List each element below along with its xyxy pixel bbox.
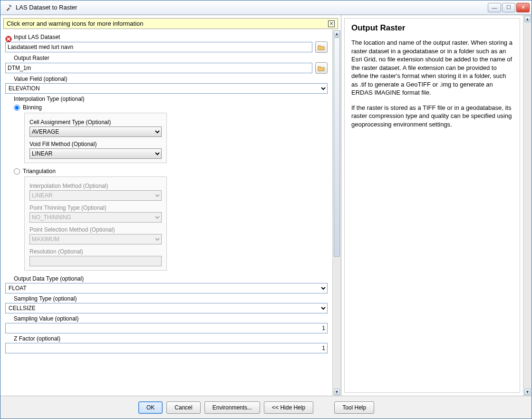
point-sel-label: Point Selection Method (Optional) — [29, 226, 162, 233]
help-paragraph-2: If the raster is stored as a TIFF file o… — [351, 104, 513, 129]
help-body: Output Raster The location and name of t… — [344, 18, 520, 393]
z-factor-field[interactable] — [5, 343, 328, 353]
scroll-up-icon[interactable]: ▲ — [334, 30, 340, 37]
resolution-label: Resolution (Optional) — [29, 248, 162, 255]
hammer-icon — [5, 4, 13, 11]
button-bar: OK Cancel Environments... << Hide Help T… — [0, 396, 532, 419]
titlebar: LAS Dataset to Raster — ☐ ✕ — [0, 0, 532, 15]
notice-bar: Click error and warning icons for more i… — [3, 18, 338, 29]
cell-assign-select[interactable]: AVERAGE — [29, 127, 162, 137]
content: Click error and warning icons for more i… — [0, 15, 532, 396]
sampling-type-row: Sampling Type (optional) CELLSIZE — [5, 295, 328, 313]
ok-button[interactable]: OK — [138, 401, 163, 414]
cell-assign-label: Cell Assignment Type (Optional) — [29, 119, 162, 126]
triangulation-label: Triangulation — [23, 168, 56, 175]
sampling-value-label: Sampling Value (optional) — [14, 315, 328, 322]
maximize-button[interactable]: ☐ — [502, 3, 515, 12]
binning-label: Binning — [23, 104, 42, 111]
help-title: Output Raster — [351, 23, 513, 33]
output-raster-row: Output Raster — [5, 55, 328, 74]
sampling-type-select[interactable]: CELLSIZE — [5, 303, 328, 313]
binning-radio-row: Binning — [14, 104, 328, 111]
output-raster-label: Output Raster — [14, 55, 328, 61]
scroll-up-icon[interactable]: ▲ — [524, 16, 531, 22]
form-pane: Click error and warning icons for more i… — [0, 15, 341, 396]
cancel-button[interactable]: Cancel — [166, 401, 200, 414]
scroll-down-icon[interactable]: ▼ — [524, 389, 531, 395]
triangulation-radio-row: Triangulation — [14, 168, 328, 175]
input-las-field[interactable] — [5, 42, 312, 52]
out-data-type-label: Output Data Type (optional) — [14, 275, 328, 282]
out-data-type-select[interactable]: FLOAT — [5, 283, 328, 293]
out-data-type-row: Output Data Type (optional) FLOAT — [5, 275, 328, 293]
triangulation-radio[interactable] — [14, 168, 20, 175]
sampling-value-field[interactable] — [5, 323, 328, 333]
notice-text: Click error and warning icons for more i… — [7, 20, 328, 27]
minimize-button[interactable]: — — [488, 3, 501, 12]
triangulation-box: Interpolation Method (Optional) LINEAR P… — [24, 176, 167, 271]
z-factor-row: Z Factor (optional) — [5, 335, 328, 353]
close-button[interactable]: ✕ — [516, 3, 530, 12]
binning-box: Cell Assignment Type (Optional) AVERAGE … — [24, 113, 167, 163]
help-pane: Output Raster The location and name of t… — [341, 15, 532, 396]
binning-radio[interactable] — [14, 105, 20, 111]
form-scroll: Input LAS Dataset Output Raster — [0, 30, 332, 396]
folder-open-icon — [318, 65, 325, 71]
sampling-type-label: Sampling Type (optional) — [14, 295, 328, 302]
window-title: LAS Dataset to Raster — [16, 4, 488, 11]
value-field-row: Value Field (optional) ELEVATION — [5, 76, 328, 94]
notice-close-icon[interactable]: ✕ — [328, 20, 335, 27]
hide-help-button[interactable]: << Hide Help — [264, 401, 313, 414]
environments-button[interactable]: Environments... — [204, 401, 260, 414]
svg-rect-0 — [9, 4, 12, 7]
point-thin-select: NO_THINNING — [29, 212, 162, 223]
window: LAS Dataset to Raster — ☐ ✕ Click error … — [0, 0, 532, 419]
error-icon[interactable] — [5, 36, 12, 42]
sampling-value-row: Sampling Value (optional) — [5, 315, 328, 333]
void-fill-select[interactable]: LINEAR — [29, 148, 162, 159]
input-las-row: Input LAS Dataset — [5, 34, 328, 53]
folder-open-icon — [318, 44, 325, 50]
interp-method-select: LINEAR — [29, 190, 162, 201]
help-scrollbar[interactable]: ▲ ▼ — [523, 15, 532, 396]
point-sel-select: MAXIMUM — [29, 234, 162, 244]
interp-type-row: Interpolation Type (optional) — [5, 96, 328, 102]
output-raster-field[interactable] — [5, 63, 312, 73]
scroll-down-icon[interactable]: ▼ — [334, 389, 340, 395]
window-buttons: — ☐ ✕ — [488, 3, 530, 12]
form-scrollbar[interactable]: ▲ ▼ — [332, 30, 341, 396]
value-field-select[interactable]: ELEVATION — [5, 83, 328, 94]
form-wrap: Input LAS Dataset Output Raster — [0, 30, 341, 396]
browse-output-raster[interactable] — [315, 62, 328, 74]
value-field-label: Value Field (optional) — [14, 76, 328, 82]
interp-method-label: Interpolation Method (Optional) — [29, 183, 162, 189]
scroll-thumb[interactable] — [334, 38, 340, 257]
z-factor-label: Z Factor (optional) — [14, 335, 328, 342]
tool-help-button[interactable]: Tool Help — [334, 401, 374, 414]
point-thin-label: Point Thinning Type (Optional) — [29, 205, 162, 211]
input-las-label: Input LAS Dataset — [14, 34, 328, 40]
help-paragraph-1: The location and name of the output rast… — [351, 39, 513, 97]
resolution-field — [29, 256, 162, 266]
void-fill-label: Void Fill Method (Optional) — [29, 141, 162, 147]
interp-type-label: Interpolation Type (optional) — [14, 96, 328, 102]
browse-input-las[interactable] — [315, 41, 328, 53]
